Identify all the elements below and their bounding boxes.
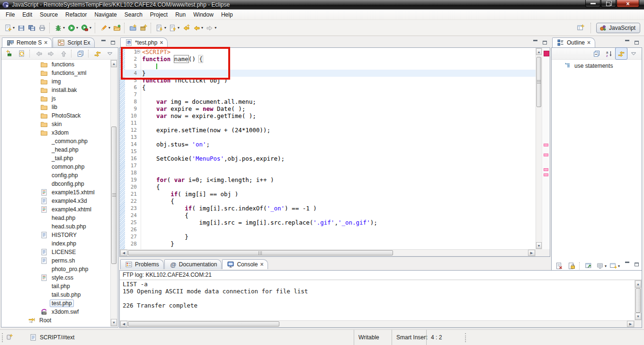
dropdown-arrow-icon[interactable]: ▾	[89, 26, 91, 30]
code-line-20[interactable]: 20 {	[120, 183, 536, 191]
editor-hscrollbar[interactable]: ◀ ▶	[120, 249, 536, 256]
prev-annotation-button[interactable]: ▾	[168, 21, 181, 35]
menu-refactor[interactable]: Refactor	[62, 10, 90, 19]
menu-file[interactable]: File	[2, 10, 18, 19]
tree-item-skin[interactable]: skin	[1, 120, 118, 128]
tree-item-functions[interactable]: functions	[1, 60, 118, 69]
menu-edit[interactable]: Edit	[18, 10, 36, 19]
back-button[interactable]: ▾	[191, 21, 205, 35]
overview-ruler[interactable]	[542, 48, 550, 249]
scroll-left-icon[interactable]: ◀	[120, 250, 127, 256]
maximize-view-button[interactable]	[633, 39, 641, 46]
tree-item-config-php[interactable]: config.php	[1, 171, 118, 180]
code-line-16[interactable]: 16 SetCookie('MenuPos',obj.pos,expire);	[120, 155, 536, 162]
code-line-12[interactable]: 12 expire.setTime(now + (24*1000));	[120, 127, 536, 134]
scroll-up-icon[interactable]: ▲	[536, 48, 542, 55]
code-line-24[interactable]: 24 {	[120, 212, 536, 219]
tree-item--head-php[interactable]: _head.php	[1, 145, 118, 154]
code-line-8[interactable]: 8 var img = document.all.menu;	[120, 98, 536, 105]
save-all-button[interactable]	[27, 21, 37, 35]
next-annotation-button[interactable]: ▾	[154, 21, 168, 35]
tree-item-style-css[interactable]: style.css	[1, 273, 118, 282]
code-line-18[interactable]: 18	[120, 169, 536, 176]
minimize-editor-button[interactable]	[531, 39, 539, 46]
restore-button[interactable]	[601, 0, 616, 8]
open-resource-button[interactable]	[112, 21, 122, 35]
view-menu-button[interactable]	[627, 47, 640, 60]
open-console-button[interactable]: ▾	[608, 260, 621, 272]
close-button[interactable]: ×	[617, 0, 639, 8]
tree-item-lib[interactable]: lib	[1, 103, 118, 111]
code-line-15[interactable]: 15	[120, 148, 536, 155]
nav-back-button[interactable]	[33, 47, 45, 60]
tree-item--tail-php[interactable]: _tail.php	[1, 154, 118, 163]
code-line-10[interactable]: 10 var now = expire.getTime( );	[120, 112, 536, 119]
minimize-view-button[interactable]	[623, 261, 631, 268]
tree-item-img[interactable]: img	[1, 77, 118, 86]
refresh-button[interactable]	[16, 47, 28, 60]
tab-problems[interactable]: Problems	[120, 259, 164, 269]
tab-console[interactable]: Console ×	[222, 259, 268, 269]
scroll-down-icon[interactable]: ▼	[536, 242, 542, 249]
tab-remote-systems[interactable]: Remote S ×	[2, 37, 52, 47]
open-perspective-button[interactable]	[574, 22, 587, 34]
scroll-up-icon[interactable]: ▲	[635, 281, 641, 288]
dropdown-arrow-icon[interactable]: ▾	[201, 26, 203, 30]
tree-item-head-php[interactable]: head.php	[1, 214, 118, 222]
code-line-23[interactable]: 23 if( img[i].src.indexOf('_on') == -1 )	[120, 205, 536, 212]
tree-item-perms-sh[interactable]: perms.sh	[1, 256, 118, 265]
maximize-view-button[interactable]	[109, 39, 117, 46]
tree-item-root[interactable]: Root	[1, 316, 118, 325]
dropdown-arrow-icon[interactable]: ▾	[76, 26, 78, 30]
tree-item-example15-xhtml[interactable]: example15.xhtml	[1, 188, 118, 197]
tree-item-common-php[interactable]: common.php	[1, 163, 118, 171]
code-line-27[interactable]: 27 }	[120, 233, 536, 240]
code-line-14[interactable]: 14 obj.stus= 'on';	[120, 141, 536, 148]
tab-documentation[interactable]: @ Documentation	[164, 259, 222, 269]
highlight-button[interactable]: ▾	[98, 21, 112, 35]
new-js-wizard-button[interactable]	[138, 21, 149, 35]
scroll-up-icon[interactable]: ▲	[111, 60, 117, 67]
overview-error-marker[interactable]	[544, 51, 549, 56]
menu-navigate[interactable]: Navigate	[90, 10, 120, 19]
menu-source[interactable]: Source	[36, 10, 62, 19]
maximize-view-button[interactable]	[633, 261, 641, 268]
tree-item-example4-xhtml[interactable]: example4.xhtml	[1, 205, 118, 214]
tree-item-photo-pro-php[interactable]: photo_pro.php	[1, 265, 118, 273]
print-button[interactable]	[37, 21, 47, 35]
code-line-28[interactable]: 28 }	[120, 240, 536, 247]
new-web-wizard-button[interactable]	[128, 21, 138, 35]
perspective-javascript-button[interactable]: JavaScript	[596, 23, 640, 33]
sort-az-button[interactable]: az	[603, 47, 615, 60]
debug-button[interactable]: ▾	[53, 21, 66, 35]
tree-item-js[interactable]: js	[1, 94, 118, 103]
code-line-7[interactable]: 7	[120, 91, 536, 98]
tree-item-functions-xml[interactable]: functions_xml	[1, 69, 118, 77]
console-vscrollbar[interactable]: ▲ ▼	[635, 280, 642, 320]
new-wizard-button[interactable]: ▾	[3, 21, 16, 35]
overview-occurrence-marker[interactable]	[544, 154, 548, 156]
code-line-13[interactable]: 13	[120, 134, 536, 141]
code-line-9[interactable]: 9 var expire = new Date( );	[120, 105, 536, 112]
code-line-19[interactable]: 19 for( var i=0; i<img.length; i++ )	[120, 176, 536, 183]
run-button[interactable]: ▾	[66, 21, 80, 35]
code-line-6[interactable]: 6{	[120, 84, 536, 91]
tree-item-history[interactable]: HISTORY	[1, 231, 118, 239]
clear-console-button[interactable]	[553, 260, 565, 272]
tree-item-tail-php[interactable]: tail.php	[1, 282, 118, 291]
code-line-26[interactable]: 26	[120, 226, 536, 233]
pin-console-button[interactable]	[582, 260, 595, 272]
code-editor[interactable]: 1<SCRIPT>2function name() {3 4}5function…	[120, 48, 536, 249]
dropdown-arrow-icon[interactable]: ▾	[605, 264, 607, 268]
tree-item-test-php[interactable]: test.php	[1, 299, 118, 308]
tab-outline[interactable]: Outline ×	[552, 37, 595, 47]
tree-item-x3dom-swf[interactable]: SWFx3dom.swf	[1, 308, 118, 316]
maximize-editor-button[interactable]	[541, 39, 549, 46]
collapse-all-button[interactable]	[74, 47, 87, 60]
code-line-22[interactable]: 22 {	[120, 198, 536, 205]
dropdown-arrow-icon[interactable]: ▾	[108, 26, 110, 30]
editor-vscrollbar[interactable]: ▲ ▼	[536, 48, 542, 249]
tree-item--common-php[interactable]: _common.php	[1, 137, 118, 145]
tree-item-dbconfig-php[interactable]: dbconfig.php	[1, 180, 118, 188]
close-icon[interactable]: ×	[44, 40, 47, 45]
